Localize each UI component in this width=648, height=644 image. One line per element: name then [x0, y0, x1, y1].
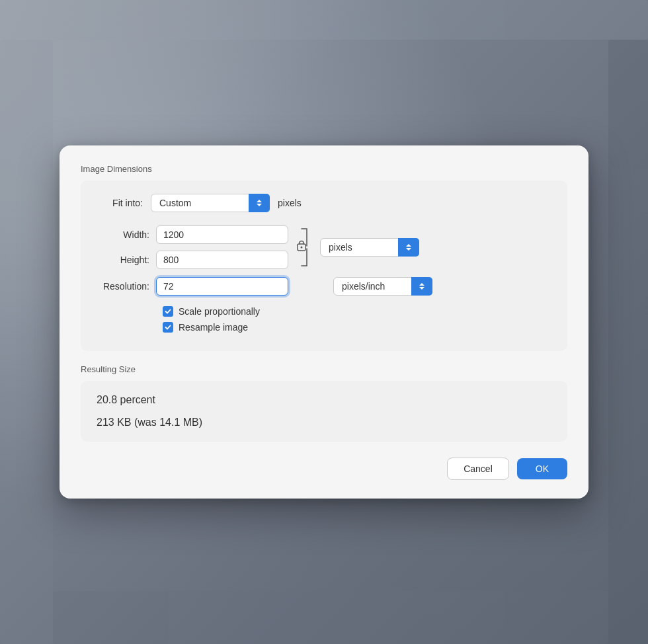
- resample-image-label: Resample image: [179, 322, 248, 333]
- fit-into-row: Fit into: Custom 640×480 800×600 1024×76…: [97, 194, 551, 212]
- image-dimensions-label: Image Dimensions: [81, 164, 567, 174]
- fit-into-label: Fit into:: [97, 198, 143, 208]
- checkmark-icon: [165, 308, 171, 315]
- height-label: Height:: [97, 255, 156, 265]
- lock-bracket-icon: [292, 226, 311, 268]
- resolution-unit-wrapper: pixels/inch pixels/cm: [333, 277, 432, 296]
- resolution-unit-select-wrapper: pixels/inch pixels/cm: [333, 277, 432, 296]
- result-size: 213 KB (was 14.1 MB): [97, 417, 551, 428]
- scale-proportionally-row: Scale proportionally: [163, 306, 551, 317]
- resolution-unit-select[interactable]: pixels/inch pixels/cm: [333, 277, 432, 296]
- resolution-label: Resolution:: [97, 281, 156, 292]
- width-label: Width:: [97, 229, 156, 240]
- wh-fields: Width: Height:: [97, 225, 288, 269]
- unit-select-wrapper: pixels percent inches cm mm: [320, 238, 419, 257]
- scale-proportionally-checkbox[interactable]: [163, 306, 173, 317]
- cancel-button[interactable]: Cancel: [447, 458, 509, 480]
- image-dimensions-box: Fit into: Custom 640×480 800×600 1024×76…: [81, 181, 567, 351]
- fit-into-select[interactable]: Custom 640×480 800×600 1024×768 1280×720…: [151, 194, 270, 212]
- dialog-backdrop: Image Dimensions Fit into: Custom 640×48…: [0, 0, 648, 644]
- scale-proportionally-label: Scale proportionally: [179, 306, 260, 317]
- resample-checkmark-icon: [165, 324, 171, 331]
- wh-unit-wrapper: pixels percent inches cm mm: [320, 238, 419, 257]
- lock-area: [292, 226, 311, 268]
- buttons-row: Cancel OK: [81, 458, 567, 480]
- width-height-section: Width: Height:: [97, 225, 551, 269]
- height-row: Height:: [97, 251, 288, 269]
- resample-image-row: Resample image: [163, 322, 551, 333]
- height-input[interactable]: [156, 251, 288, 269]
- result-percent: 20.8 percent: [97, 394, 551, 406]
- width-input[interactable]: [156, 225, 288, 244]
- fit-into-unit: pixels: [278, 198, 302, 208]
- resample-image-checkbox[interactable]: [163, 322, 173, 333]
- unit-select[interactable]: pixels percent inches cm mm: [320, 238, 419, 257]
- width-row: Width:: [97, 225, 288, 244]
- fit-into-select-wrapper: Custom 640×480 800×600 1024×768 1280×720…: [151, 194, 270, 212]
- dialog: Image Dimensions Fit into: Custom 640×48…: [60, 145, 588, 499]
- resolution-row: Resolution: pixels/inch pixels/cm: [97, 277, 551, 296]
- ok-button[interactable]: OK: [517, 458, 567, 479]
- resulting-size-label: Resulting Size: [81, 364, 567, 374]
- result-box: 20.8 percent 213 KB (was 14.1 MB): [81, 381, 567, 442]
- svg-point-1: [301, 247, 303, 249]
- checkboxes-area: Scale proportionally Resample image: [163, 306, 551, 333]
- resolution-input[interactable]: [156, 277, 288, 296]
